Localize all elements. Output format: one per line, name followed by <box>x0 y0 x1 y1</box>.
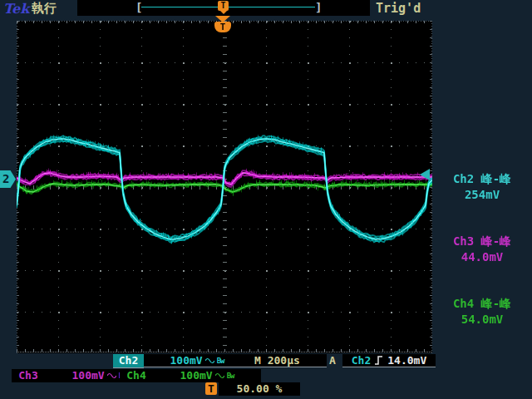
bandwidth-limit-icon: Bw <box>227 369 234 382</box>
measurement-channel: Ch4 <box>453 297 474 310</box>
acquisition-status: 執行 <box>32 1 57 17</box>
ac-coupling-icon <box>215 372 224 379</box>
record-window-right-bracket: ] <box>315 1 322 14</box>
measurement-label: 峰-峰 <box>481 172 511 185</box>
graticule <box>17 21 432 353</box>
measurement-ch2-peak-to-peak: Ch2 峰-峰 254mV <box>436 171 529 203</box>
oscilloscope-screen: Tek 執行 [ T ] Trig'd T 2 Ch2 峰-峰 254mV Ch… <box>0 0 532 399</box>
trigger-position-marker[interactable]: T <box>212 16 234 36</box>
measurement-ch3-peak-to-peak: Ch3 峰-峰 44.0mV <box>436 234 529 265</box>
ac-coupling-icon <box>107 372 116 379</box>
timebase-readout: M 200µs <box>250 354 327 367</box>
measurement-value: 254mV <box>436 187 529 203</box>
ac-coupling-icon <box>205 357 214 364</box>
measurement-channel: Ch2 <box>453 172 474 185</box>
tek-logo: Tek <box>3 1 29 17</box>
ch4-channel-badge: Ch4 <box>120 369 153 382</box>
trigger-mode-label: A <box>329 354 336 367</box>
ch2-scale-value: 100mV <box>170 354 203 367</box>
record-view-bar[interactable]: [ T ] <box>77 0 370 16</box>
record-trigger-icon[interactable]: T <box>218 1 229 11</box>
ch4-scale-readout: 100mV Bw <box>153 369 261 382</box>
measurement-label: 峰-峰 <box>481 234 511 248</box>
timebase-value: 200µs <box>268 354 300 367</box>
measurement-channel: Ch3 <box>453 234 474 248</box>
ch2-ground-marker[interactable]: 2 <box>0 170 16 188</box>
trigger-level-value: 14.0mV <box>387 354 426 367</box>
ch3-scale-value: 100mV <box>72 369 105 382</box>
waveform-canvas <box>17 21 432 353</box>
ch4-scale-value: 100mV <box>180 369 213 382</box>
trigger-position-icon: T <box>214 22 231 32</box>
trigger-readout: Ch2 14.0mV <box>342 354 436 367</box>
bandwidth-limit-icon: Bw <box>217 354 224 367</box>
trigger-source: Ch2 <box>352 354 371 367</box>
measurement-label: 峰-峰 <box>481 297 511 310</box>
ch3-channel-badge: Ch3 <box>12 369 45 382</box>
trigger-level-arrow-icon[interactable] <box>420 169 430 180</box>
horizontal-position-value: 50.00 % <box>219 382 300 396</box>
measurement-value: 44.0mV <box>436 249 529 265</box>
ch2-channel-badge: Ch2 <box>113 354 144 368</box>
horizontal-position-icon: T <box>205 382 217 395</box>
rising-slope-icon <box>375 355 383 366</box>
measurement-ch4-peak-to-peak: Ch4 峰-峰 54.0mV <box>436 296 529 328</box>
timebase-label: M <box>254 354 261 367</box>
record-window-left-bracket: [ <box>135 1 142 14</box>
trigger-status: Trig'd <box>376 1 421 16</box>
measurement-value: 54.0mV <box>436 312 529 328</box>
ch2-scale-readout: 100mV Bw <box>144 354 250 367</box>
